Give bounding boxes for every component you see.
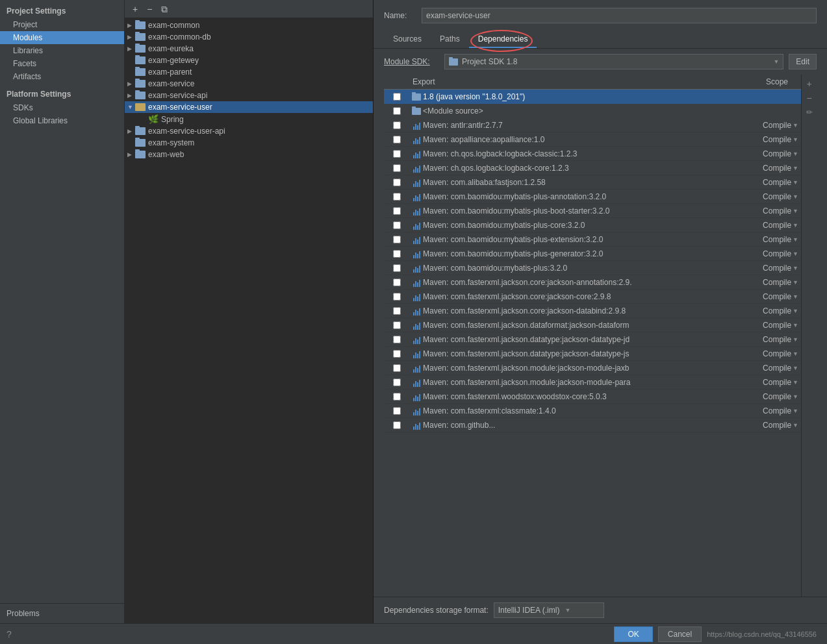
sidebar-item-modules[interactable]: Modules bbox=[0, 31, 124, 44]
dep-row[interactable]: Maven: com.baomidou:mybatis-plus-annotat… bbox=[384, 190, 801, 204]
dep-scope: Compile▼ bbox=[736, 206, 801, 216]
dep-row[interactable]: Maven: com.fasterxml.jackson.dataformat:… bbox=[384, 318, 801, 332]
dep-checkbox[interactable] bbox=[393, 193, 401, 201]
help-icon[interactable]: ? bbox=[6, 629, 12, 639]
dep-checkbox[interactable] bbox=[393, 179, 401, 186]
dep-row[interactable]: Maven: com.fasterxml.jackson.module:jack… bbox=[384, 361, 801, 375]
dep-checkbox[interactable] bbox=[393, 307, 401, 315]
sidebar-item-facets[interactable]: Facets bbox=[0, 57, 124, 70]
tree-item-exam-system[interactable]: exam-system bbox=[125, 137, 373, 149]
dep-row[interactable]: Maven: com.baomidou:mybatis-plus-extensi… bbox=[384, 232, 801, 247]
module-name: exam-common bbox=[148, 21, 199, 30]
dep-row[interactable]: Maven: com.fasterxml.jackson.core:jackso… bbox=[384, 275, 801, 290]
dep-row[interactable]: Maven: com.baomidou:mybatis-plus-core:3.… bbox=[384, 218, 801, 232]
remove-dep-button[interactable]: − bbox=[803, 92, 816, 105]
dep-row[interactable]: Maven: com.alibaba:fastjson:1.2.58 Compi… bbox=[384, 175, 801, 190]
dep-row-module-source[interactable]: <Module source> bbox=[384, 104, 801, 118]
sidebar-item-project[interactable]: Project bbox=[0, 18, 124, 31]
folder-icon bbox=[135, 127, 146, 135]
sidebar-item-global-libraries[interactable]: Global Libraries bbox=[0, 114, 124, 127]
tree-item-spring[interactable]: 🌿 Spring bbox=[125, 113, 373, 125]
tab-dependencies[interactable]: Dependencies bbox=[469, 31, 537, 48]
dep-scope: Compile▼ bbox=[736, 135, 801, 144]
dep-row[interactable]: Maven: com.baomidou:mybatis-plus-generat… bbox=[384, 247, 801, 261]
dep-row[interactable]: Maven: com.fasterxml.woodstox:woodstox-c… bbox=[384, 390, 801, 404]
copy-module-button[interactable]: ⧉ bbox=[159, 3, 170, 15]
dep-row[interactable]: Maven: ch.qos.logback:logback-classic:1.… bbox=[384, 147, 801, 161]
tab-sources[interactable]: Sources bbox=[384, 31, 431, 48]
dep-checkbox-module-src[interactable] bbox=[393, 107, 401, 115]
dep-checkbox[interactable] bbox=[393, 236, 401, 243]
remove-module-button[interactable]: − bbox=[144, 3, 155, 15]
dep-checkbox-jdk[interactable] bbox=[393, 93, 401, 101]
dep-row[interactable]: Maven: com.baomidou:mybatis-plus-boot-st… bbox=[384, 204, 801, 218]
tree-arrow: ▶ bbox=[127, 128, 135, 134]
maven-icon bbox=[410, 392, 423, 401]
problems-section[interactable]: Problems bbox=[0, 603, 124, 623]
dep-checkbox[interactable] bbox=[393, 279, 401, 286]
dep-checkbox[interactable] bbox=[393, 321, 401, 329]
dep-checkbox[interactable] bbox=[393, 350, 401, 358]
dep-row[interactable]: Maven: com.fasterxml.jackson.datatype:ja… bbox=[384, 347, 801, 361]
maven-icon bbox=[410, 378, 423, 387]
add-dep-button[interactable]: + bbox=[803, 77, 816, 90]
maven-icon bbox=[410, 164, 423, 173]
folder-icon bbox=[135, 21, 146, 29]
dep-checkbox[interactable] bbox=[393, 136, 401, 143]
sdk-select[interactable]: Project SDK 1.8 ▼ bbox=[444, 54, 783, 69]
tab-paths[interactable]: Paths bbox=[431, 31, 469, 48]
dep-scope: Compile▼ bbox=[736, 349, 801, 358]
maven-icon bbox=[410, 235, 423, 244]
dep-row[interactable]: Maven: com.baomidou:mybatis-plus:3.2.0 C… bbox=[384, 261, 801, 275]
sidebar-item-libraries[interactable]: Libraries bbox=[0, 44, 124, 57]
dep-row[interactable]: Maven: com.fasterxml.jackson.core:jackso… bbox=[384, 304, 801, 318]
dep-checkbox[interactable] bbox=[393, 378, 401, 386]
dep-row-jdk[interactable]: 1.8 (java version "1.8.0_201") bbox=[384, 90, 801, 104]
dep-checkbox[interactable] bbox=[393, 164, 401, 172]
dep-checkbox[interactable] bbox=[393, 407, 401, 415]
dep-checkbox[interactable] bbox=[393, 250, 401, 258]
dep-checkbox[interactable] bbox=[393, 121, 401, 129]
dep-row[interactable]: Maven: com.fasterxml.jackson.module:jack… bbox=[384, 375, 801, 390]
storage-select[interactable]: IntelliJ IDEA (.iml) ▼ bbox=[494, 602, 604, 618]
dep-row[interactable]: Maven: com.github... Compile▼ bbox=[384, 418, 801, 432]
sidebar-item-artifacts[interactable]: Artifacts bbox=[0, 70, 124, 83]
tree-item-exam-service[interactable]: ▶ exam-service bbox=[125, 78, 373, 90]
edit-dep-button[interactable]: ✏ bbox=[803, 106, 816, 119]
tree-item-exam-eureka[interactable]: ▶ exam-eureka bbox=[125, 43, 373, 55]
sidebar-item-sdks[interactable]: SDKs bbox=[0, 101, 124, 114]
module-tree-body: ▶ exam-common ▶ exam-common-db ▶ exam-eu… bbox=[125, 18, 373, 623]
tree-item-exam-common-db[interactable]: ▶ exam-common-db bbox=[125, 31, 373, 43]
maven-icon bbox=[410, 264, 423, 273]
tree-item-exam-service-user[interactable]: ▼ exam-service-user bbox=[125, 101, 373, 113]
edit-sdk-button[interactable]: Edit bbox=[789, 54, 817, 69]
dep-row[interactable]: Maven: com.fasterxml:classmate:1.4.0 Com… bbox=[384, 404, 801, 418]
add-module-button[interactable]: + bbox=[130, 3, 140, 15]
module-name: exam-parent bbox=[148, 68, 192, 77]
dep-checkbox[interactable] bbox=[393, 221, 401, 229]
tree-item-exam-parent[interactable]: exam-parent bbox=[125, 66, 373, 78]
tree-item-exam-getewey[interactable]: exam-getewey bbox=[125, 55, 373, 66]
tree-item-exam-common[interactable]: ▶ exam-common bbox=[125, 19, 373, 31]
name-input[interactable] bbox=[422, 8, 817, 23]
dep-checkbox[interactable] bbox=[393, 364, 401, 372]
dep-row[interactable]: Maven: ch.qos.logback:logback-core:1.2.3… bbox=[384, 161, 801, 175]
dep-checkbox[interactable] bbox=[393, 150, 401, 158]
dep-name: Maven: com.baomidou:mybatis-plus:3.2.0 bbox=[423, 264, 736, 273]
dep-row[interactable]: Maven: com.fasterxml.jackson.core:jackso… bbox=[384, 290, 801, 304]
dep-checkbox[interactable] bbox=[393, 293, 401, 301]
dep-row[interactable]: Maven: antlr:antlr:2.7.7 Compile▼ bbox=[384, 118, 801, 132]
dep-checkbox[interactable] bbox=[393, 264, 401, 272]
ok-button[interactable]: OK bbox=[614, 626, 652, 642]
tree-item-exam-web[interactable]: ▶ exam-web bbox=[125, 149, 373, 160]
dep-row[interactable]: Maven: com.fasterxml.jackson.datatype:ja… bbox=[384, 332, 801, 347]
tree-item-exam-service-api[interactable]: ▶ exam-service-api bbox=[125, 90, 373, 101]
dep-checkbox[interactable] bbox=[393, 421, 401, 429]
dep-checkbox[interactable] bbox=[393, 336, 401, 343]
tree-item-exam-service-user-api[interactable]: ▶ exam-service-user-api bbox=[125, 125, 373, 137]
cancel-button[interactable]: Cancel bbox=[658, 626, 702, 642]
dep-row[interactable]: Maven: aopalliance:aopalliance:1.0 Compi… bbox=[384, 132, 801, 147]
maven-icon bbox=[410, 149, 423, 158]
dep-checkbox[interactable] bbox=[393, 207, 401, 215]
dep-checkbox[interactable] bbox=[393, 393, 401, 401]
